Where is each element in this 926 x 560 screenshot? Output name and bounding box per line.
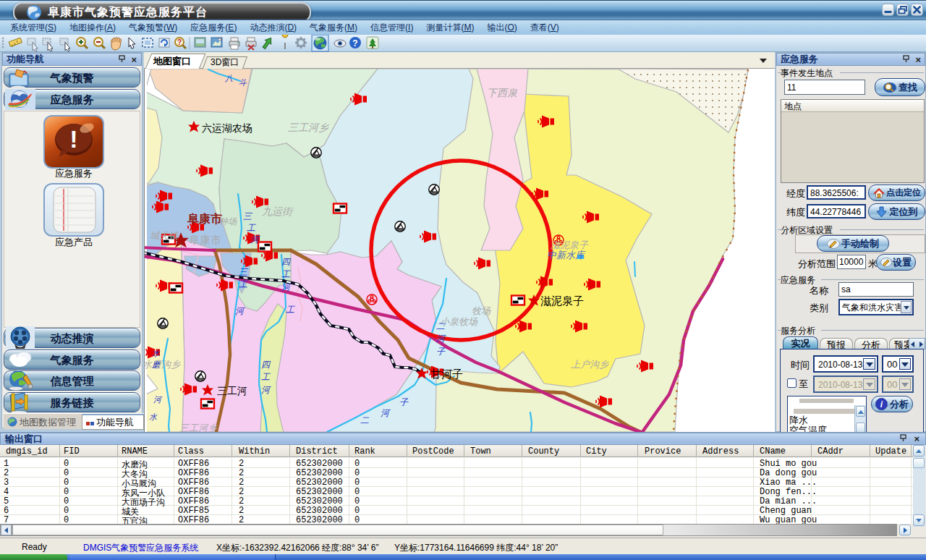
svg-text:六运湖农场: 六运湖农场 xyxy=(202,122,252,134)
svg-text:四: 四 xyxy=(281,257,292,267)
svg-text:二: 二 xyxy=(436,321,446,331)
svg-text:阜康市: 阜康市 xyxy=(187,212,222,225)
svg-text:河: 河 xyxy=(381,408,391,418)
svg-text:九运街: 九运街 xyxy=(262,205,294,217)
svg-text:工: 工 xyxy=(247,223,256,233)
svg-text:城关镇: 城关镇 xyxy=(150,230,179,241)
svg-text:子: 子 xyxy=(436,347,446,357)
svg-text:水: 水 xyxy=(152,349,161,357)
svg-text:四: 四 xyxy=(261,360,271,370)
svg-text:工: 工 xyxy=(281,269,291,279)
svg-text:八: 八 xyxy=(224,74,233,82)
svg-text:二: 二 xyxy=(360,415,370,425)
svg-text:下西泉: 下西泉 xyxy=(487,87,517,98)
svg-text:三: 三 xyxy=(243,211,253,221)
svg-text:河: 河 xyxy=(436,334,446,344)
svg-text:河: 河 xyxy=(235,306,245,316)
svg-text:水: 水 xyxy=(149,412,158,421)
svg-text:河: 河 xyxy=(250,234,260,245)
svg-text:阜康市: 阜康市 xyxy=(189,234,221,246)
svg-text:斗: 斗 xyxy=(239,78,247,87)
svg-text:小泉牧场: 小泉牧场 xyxy=(440,316,478,327)
svg-text:种场: 种场 xyxy=(219,216,237,226)
svg-text:工: 工 xyxy=(239,279,248,289)
svg-text:水磨沟乡: 水磨沟乡 xyxy=(145,359,181,370)
svg-text:河: 河 xyxy=(261,385,271,395)
svg-text:子: 子 xyxy=(399,397,409,407)
svg-text:上户沟乡: 上户沟乡 xyxy=(571,359,609,370)
svg-text:工: 工 xyxy=(286,305,295,315)
svg-text:甘河子: 甘河子 xyxy=(430,368,463,380)
svg-text:工: 工 xyxy=(261,372,271,382)
svg-text:三工河: 三工河 xyxy=(217,385,247,396)
svg-text:河: 河 xyxy=(281,282,292,292)
svg-text:中新水库: 中新水库 xyxy=(547,250,586,260)
svg-text:!: ! xyxy=(69,125,77,153)
svg-text:三工河乡: 三工河乡 xyxy=(288,122,329,133)
svg-text:?: ? xyxy=(352,38,357,48)
svg-text:三工河乡: 三工河乡 xyxy=(179,423,218,432)
svg-text:滋泥泉子: 滋泥泉子 xyxy=(551,239,589,250)
svg-text:三: 三 xyxy=(239,267,249,277)
svg-text:滋泥泉子: 滋泥泉子 xyxy=(540,294,584,307)
svg-text:?: ? xyxy=(177,38,182,46)
svg-text:牧场: 牧场 xyxy=(472,305,491,316)
